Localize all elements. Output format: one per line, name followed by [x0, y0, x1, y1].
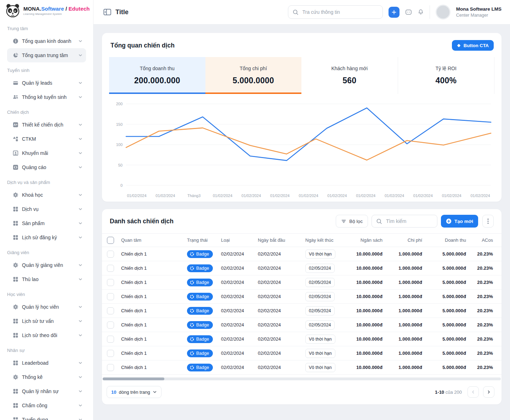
row-checkbox[interactable]: [107, 336, 114, 343]
topbar-divider: [430, 5, 430, 19]
table-row[interactable]: Chiến dịch 1Badge02/02/202402/02/202402/…: [102, 275, 502, 290]
sidebar-item[interactable]: Quản lý giảng viên: [7, 258, 86, 272]
filter-button[interactable]: Bộ lọc: [336, 215, 368, 228]
sidebar-item[interactable]: Quản lý nhân sự: [7, 384, 86, 398]
bell-icon[interactable]: [418, 9, 424, 15]
stat-tab[interactable]: Khách hàng mới560: [301, 57, 398, 94]
sidebar-item[interactable]: Leaderboad: [7, 356, 86, 370]
row-checkbox-cell: [102, 275, 118, 290]
sidebar-item[interactable]: Chấm công: [7, 398, 86, 413]
chat-icon[interactable]: [405, 9, 412, 16]
cost-cell: 1.000.000đ: [385, 275, 425, 290]
stat-label: Tổng chi phí: [240, 66, 267, 71]
campaign-name-cell: Chiến dịch 1: [118, 318, 184, 332]
table-search[interactable]: [372, 215, 437, 228]
badge-ring-icon: [189, 294, 194, 299]
svg-text:0: 0: [120, 183, 123, 187]
status-badge: Badge: [187, 293, 213, 301]
sidebar-section-label: Chiến dịch: [0, 104, 93, 118]
table-row[interactable]: Chiến dịch 1Badge02/02/202402/02/2024Vô …: [102, 247, 502, 261]
sidebar-item[interactable]: A+Thiết kế chiến dịch: [7, 118, 86, 132]
row-checkbox[interactable]: [107, 364, 114, 371]
wallet-icon: [13, 80, 18, 86]
sidebar-item[interactable]: Sản phẩm: [7, 216, 86, 230]
table-row[interactable]: Chiến dịch 1Badge02/02/202402/02/202402/…: [102, 290, 502, 304]
start-date-cell: 02/02/2024: [255, 247, 302, 261]
sidebar-item[interactable]: Thống kê: [7, 370, 86, 384]
global-search-input[interactable]: [302, 9, 378, 15]
revenue-cell: 5.000.000đ: [425, 290, 469, 304]
create-button[interactable]: Tạo mới: [441, 215, 478, 228]
campaign-name-cell: Chiến dịch 1: [118, 360, 184, 375]
row-checkbox[interactable]: [107, 293, 114, 300]
grid-icon: [13, 403, 18, 408]
type-cell: 02/02/2024: [218, 247, 255, 261]
horizontal-scrollbar[interactable]: [103, 377, 501, 380]
chevron-down-icon: [78, 39, 83, 43]
type-cell: 02/02/2024: [218, 304, 255, 318]
stat-tab[interactable]: Tỷ lệ ROI400%: [398, 57, 495, 94]
row-checkbox-cell: [102, 261, 118, 275]
status-cell: Badge: [184, 332, 218, 346]
status-cell: Badge: [184, 304, 218, 318]
row-checkbox[interactable]: [107, 265, 114, 272]
chevron-down-icon: [78, 207, 83, 211]
sidebar-item-label: Quảng cáo: [22, 164, 78, 170]
table-row[interactable]: Chiến dịch 1Badge02/02/202402/02/202402/…: [102, 318, 502, 332]
prev-page-button[interactable]: [468, 386, 479, 398]
sidebar-item[interactable]: Lịch sử tư vấn: [7, 314, 86, 328]
sidebar-item[interactable]: Tổng quan kinh doanh: [7, 34, 86, 48]
table-row[interactable]: Chiến dịch 1Badge02/02/202402/02/2024Vô …: [102, 346, 502, 360]
rows-per-page-select[interactable]: 10 dòng trên trang: [107, 386, 162, 398]
svg-text:01/02/2024: 01/02/2024: [327, 194, 347, 198]
next-page-button[interactable]: [483, 386, 494, 398]
svg-text:01/02/2024: 01/02/2024: [385, 194, 404, 198]
chevron-down-icon: [78, 418, 83, 420]
table-row[interactable]: Chiến dịch 1Badge02/02/202402/02/202402/…: [102, 261, 502, 275]
type-cell: 02/02/2024: [218, 332, 255, 346]
more-options-button[interactable]: [482, 215, 494, 228]
chevron-down-icon: [78, 95, 83, 99]
table-row[interactable]: Chiến dịch 1Badge02/02/202402/02/2024Vô …: [102, 332, 502, 346]
quick-add-button[interactable]: [389, 7, 400, 18]
sidebar-item[interactable]: Lịch sử đăng ký: [7, 230, 86, 245]
svg-text:100: 100: [116, 142, 123, 147]
end-date-box: Vô thời hạn: [305, 250, 335, 259]
sidebar-item[interactable]: Thống kê tuyển sinh: [7, 90, 86, 104]
sidebar-item[interactable]: Dịch vụ: [7, 202, 86, 216]
sidebar-item[interactable]: CTKM: [7, 132, 86, 146]
row-checkbox[interactable]: [107, 321, 114, 329]
row-checkbox[interactable]: [107, 251, 114, 258]
sidebar-item[interactable]: Quản lý học viên: [7, 300, 86, 314]
global-search[interactable]: [288, 5, 383, 19]
row-checkbox[interactable]: [107, 279, 114, 286]
sidebar-item[interactable]: Quảng cáo: [7, 160, 86, 174]
sidebar-item[interactable]: Quản lý leads: [7, 76, 86, 90]
table-row[interactable]: Chiến dịch 1Badge02/02/202402/02/2024Vô …: [102, 360, 502, 375]
campaign-line-chart: 05010015020001/02/202401/02/2024Tháng301…: [110, 97, 494, 200]
table-row[interactable]: Chiến dịch 1Badge02/02/202402/02/202402/…: [102, 304, 502, 318]
sidebar-item[interactable]: Khoá học: [7, 188, 86, 202]
row-checkbox[interactable]: [107, 307, 114, 314]
revenue-cell: 5.000.000đ: [425, 261, 469, 275]
sidebar-item[interactable]: Khuyến mãi: [7, 146, 86, 160]
stat-tab[interactable]: Tổng chi phí5.000.0000: [205, 57, 302, 94]
users-icon: [13, 94, 18, 100]
row-checkbox[interactable]: [107, 350, 114, 357]
table-search-input[interactable]: [385, 218, 433, 224]
button-cta[interactable]: Button CTA: [452, 40, 494, 51]
scrollbar-thumb[interactable]: [103, 377, 164, 380]
select-all-checkbox[interactable]: [107, 237, 114, 244]
sidebar-item[interactable]: Tổng quan trung tâm: [7, 48, 86, 62]
campaign-overview-card: Tổng quan chiến dịch Button CTA Tổng doa…: [102, 33, 502, 202]
end-date-box: Vô thời hạn: [305, 335, 335, 344]
collapse-sidebar-icon[interactable]: [103, 9, 111, 16]
campaign-list-card: Danh sách chiến dịch Bộ lọc Tạo mới: [102, 209, 502, 404]
sidebar-item[interactable]: Lịch sử theo dõi: [7, 328, 86, 342]
stat-tab[interactable]: Tổng doanh thu200.000.000: [109, 57, 205, 94]
svg-text:01/02/2024: 01/02/2024: [299, 194, 318, 198]
badge-ring-icon: [189, 252, 194, 257]
avatar[interactable]: [436, 5, 450, 19]
sidebar-item[interactable]: Thù lao: [7, 272, 86, 286]
sidebar-item[interactable]: Tuyển dụng: [7, 413, 86, 420]
